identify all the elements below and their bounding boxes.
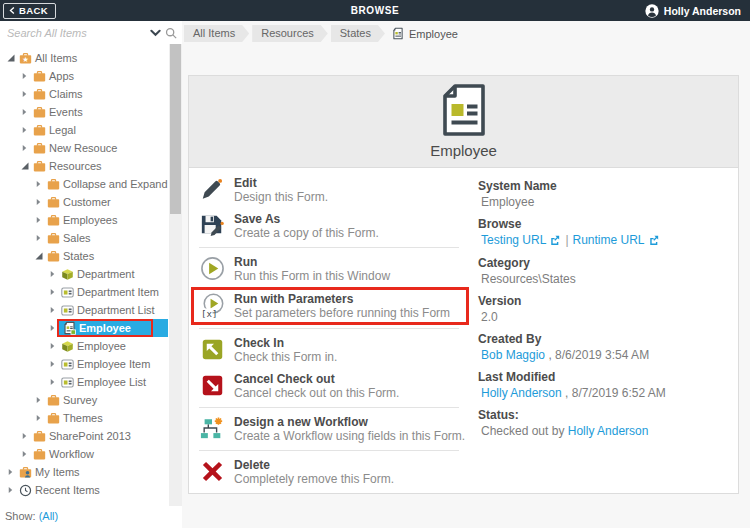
folder-icon bbox=[33, 106, 46, 119]
action-description: Run this Form in this Window bbox=[234, 270, 390, 283]
show-all-link[interactable]: (All) bbox=[39, 510, 59, 522]
tree-item-employee-item[interactable]: Employee Item bbox=[0, 355, 168, 373]
expand-arrow-icon[interactable] bbox=[34, 180, 43, 188]
tree-item-apps[interactable]: Apps bbox=[0, 67, 168, 85]
folder-icon bbox=[33, 142, 46, 155]
expand-arrow-icon[interactable] bbox=[6, 468, 15, 476]
collapse-arrow-icon[interactable] bbox=[6, 54, 15, 62]
expand-arrow-icon[interactable] bbox=[34, 396, 43, 404]
user-menu[interactable]: Holly Anderson bbox=[645, 4, 741, 18]
action-design-a-new-workflow[interactable]: Design a new WorkflowCreate a Workflow u… bbox=[191, 411, 469, 447]
expand-arrow-icon[interactable] bbox=[34, 198, 43, 206]
tree-item-workflow[interactable]: Workflow bbox=[0, 445, 168, 463]
tree-item-sales[interactable]: Sales bbox=[0, 229, 168, 247]
expand-arrow-icon[interactable] bbox=[48, 342, 57, 350]
clock-icon bbox=[19, 484, 32, 497]
tree-item-claims[interactable]: Claims bbox=[0, 85, 168, 103]
tree-item-survey[interactable]: Survey bbox=[0, 391, 168, 409]
expand-arrow-icon[interactable] bbox=[48, 270, 57, 278]
tree-item-collapse-and-expand[interactable]: Collapse and Expand bbox=[0, 175, 168, 193]
back-chevron-icon bbox=[9, 6, 15, 15]
separator: | bbox=[565, 233, 568, 247]
tree-item-label: Customer bbox=[63, 196, 111, 208]
field-label: Browse bbox=[478, 218, 728, 231]
expand-arrow-icon[interactable] bbox=[34, 216, 43, 224]
folder-icon bbox=[33, 88, 46, 101]
action-edit[interactable]: EditDesign this Form. bbox=[191, 172, 469, 208]
detail-field-status: Status:Checked out by Holly Anderson bbox=[478, 409, 728, 438]
link-runtime-url[interactable]: Runtime URL bbox=[573, 233, 645, 247]
tree-item-department-item[interactable]: Department Item bbox=[0, 283, 168, 301]
tree-item-states[interactable]: States bbox=[0, 247, 168, 265]
link-holly-anderson[interactable]: Holly Anderson bbox=[481, 386, 562, 400]
link-bob-maggio[interactable]: Bob Maggio bbox=[481, 348, 545, 362]
tree-item-themes[interactable]: Themes bbox=[0, 409, 168, 427]
tree-item-all-items[interactable]: ★All Items bbox=[0, 49, 168, 67]
annotation-box: Employee bbox=[57, 319, 153, 337]
action-cancel-check-out[interactable]: Cancel Check outCancel check out on this… bbox=[191, 368, 469, 404]
view-icon bbox=[61, 304, 74, 317]
tree-item-department-list[interactable]: Department List bbox=[0, 301, 168, 319]
expand-arrow-icon[interactable] bbox=[20, 144, 29, 152]
field-label: Version bbox=[478, 295, 728, 308]
expand-arrow-icon[interactable] bbox=[34, 414, 43, 422]
tree-item-recent-items[interactable]: Recent Items bbox=[0, 481, 168, 499]
show-filter-label: Show: bbox=[5, 510, 36, 522]
collapse-arrow-icon[interactable] bbox=[20, 162, 29, 170]
tree-item-label: Collapse and Expand bbox=[63, 178, 168, 190]
show-filter: Show: (All) bbox=[5, 510, 58, 522]
back-button[interactable]: BACK bbox=[3, 3, 56, 19]
form-large-icon bbox=[442, 84, 486, 140]
action-delete[interactable]: DeleteCompletely remove this Form. bbox=[191, 454, 469, 490]
tree-item-department[interactable]: Department bbox=[0, 265, 168, 283]
tree-item-customer[interactable]: Customer bbox=[0, 193, 168, 211]
folder-icon bbox=[33, 124, 46, 137]
breadcrumb-segment-resources[interactable]: Resources bbox=[252, 25, 328, 42]
tree-item-legal[interactable]: Legal bbox=[0, 121, 168, 139]
expand-arrow-icon[interactable] bbox=[48, 288, 57, 296]
action-description: Completely remove this Form. bbox=[234, 473, 394, 486]
tree-item-employees[interactable]: Employees bbox=[0, 211, 168, 229]
search-input[interactable] bbox=[5, 26, 146, 40]
action-run-with-parameters[interactable]: [x]Run with ParametersSet parameters bef… bbox=[191, 287, 469, 325]
action-save-as[interactable]: Save AsCreate a copy of this Form. bbox=[191, 208, 469, 244]
breadcrumb-segment-states[interactable]: States bbox=[331, 25, 385, 42]
expand-arrow-icon[interactable] bbox=[48, 360, 57, 368]
collapse-arrow-icon[interactable] bbox=[34, 252, 43, 260]
link-testing-url[interactable]: Testing URL bbox=[481, 233, 546, 247]
expand-arrow-icon[interactable] bbox=[48, 378, 57, 386]
expand-arrow-icon[interactable] bbox=[20, 90, 29, 98]
tree-item-label: Department List bbox=[77, 304, 155, 316]
action-check-in[interactable]: Check InCheck this Form in. bbox=[191, 332, 469, 368]
tree-item-employee[interactable]: Employee bbox=[0, 337, 168, 355]
scrollbar-thumb[interactable] bbox=[170, 44, 181, 214]
action-run[interactable]: RunRun this Form in this Window bbox=[191, 251, 469, 287]
tree-item-employee[interactable]: Employee bbox=[0, 319, 168, 337]
expand-arrow-icon[interactable] bbox=[20, 72, 29, 80]
chevron-down-icon[interactable] bbox=[150, 29, 161, 37]
expand-arrow-icon[interactable] bbox=[6, 486, 15, 494]
action-description: Cancel check out on this Form. bbox=[234, 387, 399, 400]
expand-arrow-icon[interactable] bbox=[48, 306, 57, 314]
expand-arrow-icon[interactable] bbox=[20, 108, 29, 116]
link-holly-anderson[interactable]: Holly Anderson bbox=[568, 424, 649, 438]
tree-item-new-resouce[interactable]: New Resouce bbox=[0, 139, 168, 157]
expand-arrow-icon[interactable] bbox=[48, 324, 57, 332]
breadcrumb-segment-all-items[interactable]: All Items bbox=[184, 25, 249, 42]
expand-arrow-icon[interactable] bbox=[20, 432, 29, 440]
tree-item-sharepoint-2013[interactable]: SharePoint 2013 bbox=[0, 427, 168, 445]
sidebar-scrollbar[interactable] bbox=[169, 44, 182, 506]
svg-text:★: ★ bbox=[22, 54, 29, 63]
expand-arrow-icon[interactable] bbox=[20, 126, 29, 134]
tree-item-employee-list[interactable]: Employee List bbox=[0, 373, 168, 391]
tree-item-events[interactable]: Events bbox=[0, 103, 168, 121]
tree-item-my-items[interactable]: My Items bbox=[0, 463, 168, 481]
expand-arrow-icon[interactable] bbox=[34, 234, 43, 242]
action-description: Create a copy of this Form. bbox=[234, 227, 379, 240]
selected-highlight: Employee bbox=[57, 319, 168, 337]
expand-arrow-icon[interactable] bbox=[20, 450, 29, 458]
item-body: EditDesign this Form.Save AsCreate a cop… bbox=[188, 168, 739, 494]
breadcrumb: All ItemsResourcesStatesEmployee bbox=[184, 25, 458, 42]
tree-item-resources[interactable]: Resources bbox=[0, 157, 168, 175]
search-icon[interactable] bbox=[165, 27, 177, 39]
